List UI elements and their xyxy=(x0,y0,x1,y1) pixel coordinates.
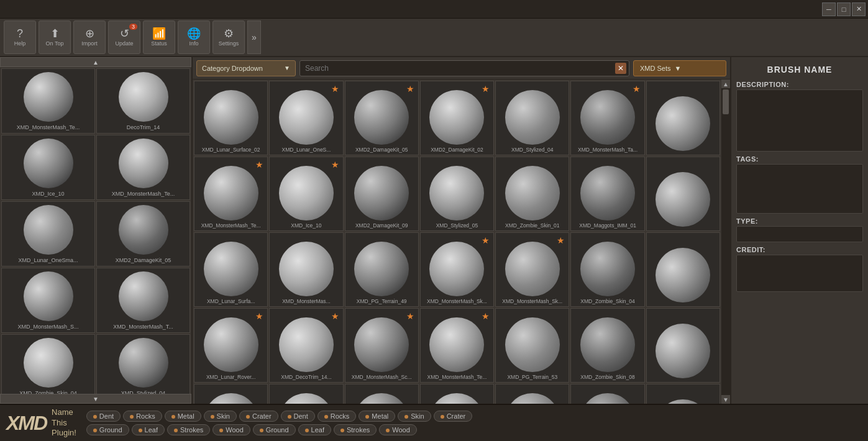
center-brush-cell[interactable]: XMD_Lunar_Surface_02 xyxy=(194,81,268,155)
update-button[interactable]: ↺ 3 Update xyxy=(108,20,140,54)
left-scroll-up[interactable]: ▲ xyxy=(0,57,191,67)
center-brush-cell[interactable]: XMD_Zombie_Skin_04 xyxy=(570,232,644,307)
left-brush-cell[interactable]: XMD_MonsterMash_Te... xyxy=(96,135,190,200)
settings-button[interactable]: ⚙ Settings xyxy=(212,20,245,54)
tag-badge[interactable]: Leaf xyxy=(132,424,165,435)
center-brush-cell[interactable]: XMD_Lunar_Crater... xyxy=(194,384,268,404)
status-button[interactable]: 📶 Status xyxy=(143,20,175,54)
center-brush-cell[interactable]: ★XMD_MonsterMash_Te... xyxy=(194,157,268,231)
center-brush-cell[interactable]: ★XMD_Ice_10 xyxy=(269,157,343,231)
center-brush-cell[interactable]: XMD_MonsterMash_Ta... xyxy=(269,384,343,404)
center-brush-cell[interactable]: XMD_HardSurface_Ed... xyxy=(495,384,569,404)
center-brush-cell[interactable] xyxy=(646,157,720,231)
maximize-button[interactable]: □ xyxy=(837,2,851,16)
center-brush-cell[interactable]: ★XMD_Lunar_OneS... xyxy=(269,81,343,155)
center-brush-cell[interactable]: ★XMD_Lunar_Rover... xyxy=(194,308,268,383)
left-brush-cell[interactable]: XMD_Stylized_04 xyxy=(96,334,190,394)
left-brush-cell[interactable]: XMD2_DamageKit_05 xyxy=(96,201,190,266)
category-dropdown[interactable]: Category Dropdown ▼ xyxy=(196,60,296,76)
left-brush-cell[interactable]: XMD_Zombie_Skin_04 xyxy=(1,334,95,394)
left-brush-cell[interactable]: XMD_Lunar_OneSma... xyxy=(1,201,95,266)
tag-badge[interactable]: Metal xyxy=(359,411,395,422)
center-brush-cell[interactable]: ★XMD_MonsterMash_Sk... xyxy=(495,232,569,307)
tag-badge[interactable]: Crater xyxy=(239,411,278,422)
center-brush-cell[interactable]: XMD_PG_Terrain_52 xyxy=(570,384,644,404)
tag-badge[interactable]: Rocks xyxy=(123,411,162,422)
import-button[interactable]: ⊕ Import xyxy=(73,20,106,54)
bottom-bar: XMD NameThisPlugin! DentRocksMetalSkinCr… xyxy=(0,404,868,441)
center-brush-cell[interactable]: ★XMD_MonsterMash_Ta... xyxy=(570,81,644,155)
center-brush-label: XMD_Lunar_OneS... xyxy=(280,147,332,153)
left-scroll-down[interactable]: ▼ xyxy=(0,394,191,404)
center-brush-cell[interactable]: XMD_Flourish_12 xyxy=(345,384,419,404)
tag-badge[interactable]: Leaf xyxy=(298,424,331,435)
center-brush-sphere xyxy=(354,242,409,296)
center-brush-cell[interactable]: XMD_Lunar_Surfa... xyxy=(194,232,268,307)
left-brush-cell[interactable]: XMD_MonsterMash_S... xyxy=(1,268,95,333)
tag-badge[interactable]: Skin xyxy=(204,411,237,422)
starred-icon: ★ xyxy=(482,235,490,245)
tag-badge[interactable]: Wood xyxy=(379,424,417,435)
center-brush-cell[interactable] xyxy=(646,384,720,404)
left-brush-grid: XMD_MonsterMash_Te...DecoTrim_14XMD_Ice_… xyxy=(0,67,191,394)
center-brush-cell[interactable]: ★XMD_MonsterMash_Sc... xyxy=(345,308,419,383)
center-brush-cell[interactable]: XMD_Stylized_04 xyxy=(495,81,569,155)
tag-badge[interactable]: Crater xyxy=(434,411,473,422)
search-input[interactable] xyxy=(303,64,615,73)
info-button[interactable]: 🌐 Info xyxy=(178,20,210,54)
tag-badge[interactable]: Strokes xyxy=(167,424,210,435)
more-button[interactable]: » xyxy=(247,20,261,54)
minimize-button[interactable]: ─ xyxy=(822,2,836,16)
center-brush-cell[interactable]: XMD2_DamageKit_09 xyxy=(345,157,419,231)
tag-badge[interactable]: Ground xyxy=(86,424,129,435)
center-brush-cell[interactable]: XMD_MasterCloth_Ma... xyxy=(420,384,494,404)
center-panel: Category Dropdown ▼ ✕ XMD Sets ▼ XMD_Lun… xyxy=(193,57,731,404)
center-brush-cell[interactable]: XMD_Stylized_05 xyxy=(420,157,494,231)
center-brush-grid: XMD_Lunar_Surface_02★XMD_Lunar_OneS...★X… xyxy=(193,80,721,404)
left-brush-cell[interactable]: DecoTrim_14 xyxy=(96,68,190,134)
tag-badge[interactable]: Metal xyxy=(165,411,201,422)
center-brush-label: XMD_Zombie_Skin_01 xyxy=(504,222,560,229)
tag-badge[interactable]: Strokes xyxy=(334,424,377,435)
center-brush-cell[interactable] xyxy=(646,308,720,383)
update-icon: ↺ xyxy=(120,28,129,39)
tags-container: DentRocksMetalSkinCraterDentRocksMetalSk… xyxy=(86,411,862,435)
left-brush-cell[interactable]: XMD_MonsterMash_T... xyxy=(96,268,190,333)
center-brush-cell[interactable]: XMD_PG_Terrain_53 xyxy=(495,308,569,383)
clear-search-button[interactable]: ✕ xyxy=(615,63,626,74)
center-brush-cell[interactable]: XMD_MonsterMas... xyxy=(269,232,343,307)
center-scroll-thumb[interactable] xyxy=(723,89,729,114)
center-brush-cell[interactable]: ★XMD_MonsterMash_Sk... xyxy=(420,232,494,307)
center-brush-cell[interactable] xyxy=(646,81,720,155)
tag-badge[interactable]: Ground xyxy=(253,424,296,435)
center-brush-sphere xyxy=(429,242,484,296)
center-brush-cell[interactable]: ★XMD2_DamageKit_02 xyxy=(420,81,494,155)
brush-sphere xyxy=(119,205,168,255)
close-button[interactable]: ✕ xyxy=(852,2,866,16)
center-brush-cell[interactable]: ★XMD2_DamageKit_05 xyxy=(345,81,419,155)
center-brush-cell[interactable]: ★XMD_DecoTrim_14... xyxy=(269,308,343,383)
main-area: ▲ XMD_MonsterMash_Te...DecoTrim_14XMD_Ic… xyxy=(0,57,868,404)
brush-sphere xyxy=(24,271,73,321)
center-brush-cell[interactable]: XMD_Maggots_IMM_01 xyxy=(570,157,644,231)
help-button[interactable]: ? Help xyxy=(4,20,36,54)
center-scroll-down[interactable]: ▼ xyxy=(721,395,730,404)
ontop-button[interactable]: ⬆ On Top xyxy=(39,20,71,54)
search-area: ✕ xyxy=(299,60,629,76)
xmd-sets-dropdown[interactable]: XMD Sets ▼ xyxy=(633,60,726,76)
center-brush-sphere xyxy=(656,399,710,404)
center-brush-cell[interactable]: XMD_PG_Terrain_49 xyxy=(345,232,419,307)
tag-badge[interactable]: Dent xyxy=(281,411,315,422)
tag-badge[interactable]: Rocks xyxy=(318,411,357,422)
brush-sphere xyxy=(119,72,168,122)
center-brush-cell[interactable]: ★XMD_MonsterMash_Te... xyxy=(420,308,494,383)
center-brush-cell[interactable]: XMD_Zombie_Skin_01 xyxy=(495,157,569,231)
tag-badge[interactable]: Dent xyxy=(86,411,121,422)
center-scroll-up[interactable]: ▲ xyxy=(721,80,730,88)
tag-badge[interactable]: Wood xyxy=(212,424,250,435)
tag-badge[interactable]: Skin xyxy=(398,411,431,422)
center-brush-cell[interactable] xyxy=(646,232,720,307)
left-brush-cell[interactable]: XMD_Ice_10 xyxy=(1,135,95,200)
center-brush-cell[interactable]: XMD_Zombie_Skin_08 xyxy=(570,308,644,383)
left-brush-cell[interactable]: XMD_MonsterMash_Te... xyxy=(1,68,95,134)
